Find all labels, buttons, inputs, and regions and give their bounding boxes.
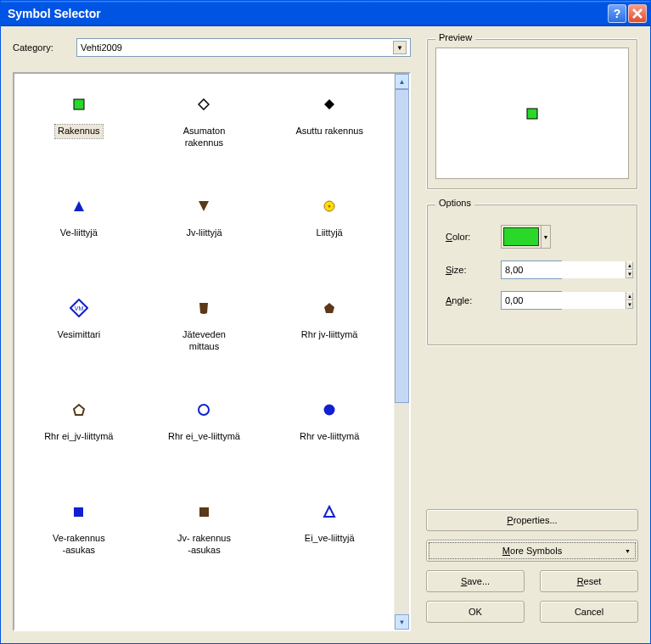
scroll-up-icon[interactable]: ▲ <box>395 74 409 89</box>
help-button[interactable]: ? <box>608 4 626 23</box>
symbol-rakennus[interactable]: Rakennus <box>16 84 142 186</box>
symbol-vesimittari[interactable]: VM Vesimittari <box>16 288 142 389</box>
symbol-label: Ve-liittyjä <box>58 227 100 240</box>
svg-rect-13 <box>74 507 83 517</box>
preview-fieldset: Preview <box>426 38 638 190</box>
options-legend: Options <box>435 198 474 208</box>
symbol-label: Liittyjä <box>314 227 345 240</box>
svg-marker-10 <box>74 405 84 415</box>
color-row: Color: ▼ <box>446 225 629 249</box>
spin-down-icon[interactable]: ▼ <box>626 300 633 309</box>
symbol-label: Rhr ei_ve-liittymä <box>166 430 243 444</box>
svg-rect-0 <box>74 99 84 109</box>
window-title: Symbol Selector <box>8 7 606 20</box>
size-label: Size: <box>446 265 501 275</box>
more-symbols-button[interactable]: More Symbols ▼ <box>426 540 638 562</box>
spin-down-icon[interactable]: ▼ <box>626 270 633 278</box>
ok-button[interactable]: OK <box>426 601 525 623</box>
preview-box <box>435 48 629 179</box>
reset-button[interactable]: Reset <box>540 570 638 592</box>
angle-input[interactable] <box>502 292 626 309</box>
symbol-liittyja[interactable]: Liittyjä <box>267 186 392 288</box>
symbol-icon <box>73 496 84 527</box>
symbol-icon <box>197 191 210 221</box>
preview-legend: Preview <box>435 32 475 42</box>
svg-marker-4 <box>199 201 209 211</box>
svg-text:VM: VM <box>75 305 84 311</box>
svg-marker-3 <box>74 201 84 211</box>
symbol-label: Jäteveden mittaus <box>180 328 228 354</box>
options-fieldset: Options Color: ▼ Size: ▲ ▼ <box>426 204 638 346</box>
titlebar: Symbol Selector ? <box>1 1 650 26</box>
save-button[interactable]: Save... <box>426 570 525 592</box>
symbol-icon <box>323 191 336 221</box>
svg-rect-16 <box>527 109 537 119</box>
symbol-asuttu-rakennus[interactable]: Asuttu rakennus <box>267 84 392 186</box>
symbol-icon <box>199 496 210 527</box>
symbol-selector-dialog: Symbol Selector ? Category: Vehti2009 ▼ <box>0 0 651 644</box>
symbol-label: Rhr jv-liittymä <box>299 328 361 342</box>
svg-marker-1 <box>199 99 209 109</box>
scrollbar[interactable]: ▲ ▼ <box>394 74 409 630</box>
symbol-label: Jv- rakennus -asukas <box>175 532 233 557</box>
left-column: Category: Vehti2009 ▼ Rakennus <box>13 38 411 631</box>
dialog-content: Category: Vehti2009 ▼ Rakennus <box>1 26 650 643</box>
symbol-icon <box>198 293 210 323</box>
symbol-icon <box>72 395 86 425</box>
svg-marker-2 <box>324 99 334 109</box>
color-swatch <box>503 227 539 246</box>
symbol-asumaton-rakennus[interactable]: Asumaton rakennus <box>142 84 267 186</box>
cancel-button[interactable]: Cancel <box>540 601 638 623</box>
size-spinner[interactable]: ▲ ▼ <box>501 260 562 279</box>
symbol-ei-ve-liittyja[interactable]: Ei_ve-liittyjä <box>267 491 392 593</box>
symbol-label: Rhr ei_jv-liittymä <box>42 430 115 444</box>
size-input[interactable] <box>502 261 626 278</box>
symbol-icon <box>197 395 210 425</box>
symbol-rhr-ei-ve-liittyma[interactable]: Rhr ei_ve-liittymä <box>142 389 267 491</box>
symbol-ve-rakennus-asukas[interactable]: Ve-rakennus -asukas <box>16 491 142 593</box>
symbol-rhr-ei-jv-liittyma[interactable]: Rhr ei_jv-liittymä <box>16 389 142 491</box>
spin-up-icon[interactable]: ▲ <box>626 292 633 300</box>
symbol-icon: VM <box>70 293 88 323</box>
symbol-label: Rakennus <box>55 125 103 138</box>
angle-spinner[interactable]: ▲ ▼ <box>501 291 562 310</box>
spin-up-icon[interactable]: ▲ <box>626 261 633 270</box>
symbol-label: Ei_ve-liittyjä <box>302 532 357 546</box>
preview-symbol-icon <box>526 108 538 120</box>
svg-point-6 <box>328 205 331 208</box>
symbol-label: Rhr ve-liittymä <box>297 430 362 444</box>
symbol-jv-rakennus-asukas[interactable]: Jv- rakennus -asukas <box>142 491 267 593</box>
close-icon <box>632 8 643 19</box>
symbol-jateveden-mittaus[interactable]: Jäteveden mittaus <box>142 288 267 389</box>
symbol-jv-liittyja[interactable]: Jv-liittyjä <box>142 186 267 288</box>
symbol-icon <box>323 496 336 527</box>
symbol-ve-liittyja[interactable]: Ve-liittyjä <box>16 186 142 288</box>
symbol-icon <box>323 395 336 425</box>
right-column: Preview Options Color: ▼ Siz <box>426 38 638 631</box>
chevron-down-icon: ▼ <box>393 41 407 54</box>
symbol-grid: Rakennus Asumaton rakennus Asuttu rakenn… <box>14 74 394 630</box>
scroll-down-icon[interactable]: ▼ <box>395 614 409 630</box>
category-label: Category: <box>13 42 68 53</box>
size-row: Size: ▲ ▼ <box>446 260 629 279</box>
symbol-label: Ve-rakennus -asukas <box>50 532 108 557</box>
symbol-icon <box>198 89 210 120</box>
svg-point-11 <box>199 405 209 415</box>
symbol-label: Vesimittari <box>54 328 103 342</box>
color-label: Color: <box>446 232 501 242</box>
color-picker[interactable]: ▼ <box>501 225 551 249</box>
symbol-icon <box>323 293 336 323</box>
symbol-list-panel: Rakennus Asumaton rakennus Asuttu rakenn… <box>13 72 411 631</box>
chevron-down-icon: ▼ <box>625 548 631 554</box>
close-button[interactable] <box>628 4 647 23</box>
category-value: Vehti2009 <box>81 42 122 53</box>
properties-button[interactable]: Properties... <box>426 509 638 531</box>
svg-point-12 <box>324 405 335 416</box>
symbol-label: Asuttu rakennus <box>293 125 366 138</box>
symbol-label: Jv-liittyjä <box>183 227 224 240</box>
symbol-rhr-ve-liittyma[interactable]: Rhr ve-liittymä <box>267 389 392 491</box>
category-select[interactable]: Vehti2009 ▼ <box>76 38 411 57</box>
scroll-thumb[interactable] <box>395 89 409 403</box>
symbol-icon <box>72 191 86 221</box>
symbol-rhr-jv-liittyma[interactable]: Rhr jv-liittymä <box>267 288 392 389</box>
